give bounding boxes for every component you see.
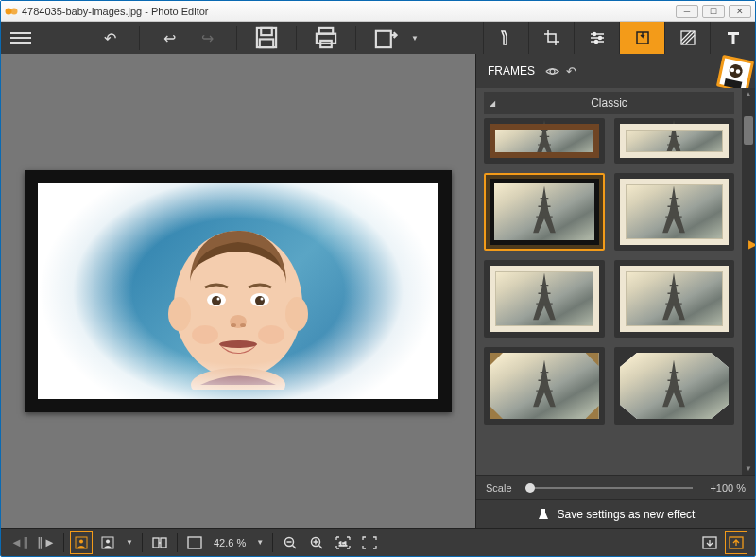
svg-point-1	[11, 8, 18, 14]
frames-panel: FRAMES ↶ ◢ Classic	[475, 54, 755, 528]
portrait-dropdown-icon[interactable]: ▼	[123, 538, 136, 547]
tab-effects[interactable]	[483, 22, 528, 54]
canvas-area[interactable]	[1, 54, 475, 528]
svg-rect-42	[161, 538, 166, 548]
frame-thumb-cream-3[interactable]	[484, 260, 605, 338]
frame-thumb-black[interactable]	[484, 173, 605, 251]
svg-point-9	[593, 33, 595, 36]
scale-slider[interactable]	[525, 487, 693, 489]
window-title: 4784035-baby-images.jpg - Photo Editor	[22, 6, 676, 17]
scale-value: +100 %	[700, 482, 746, 494]
svg-point-38	[79, 539, 83, 543]
frames-scrollbar[interactable]: ▲ ▼	[742, 88, 755, 475]
next-image-button[interactable]: ∥►	[35, 531, 58, 554]
forward-button[interactable]: ↪	[195, 26, 219, 50]
prev-image-button[interactable]: ◄∥	[9, 531, 31, 554]
svg-point-30	[550, 69, 555, 74]
import-button[interactable]	[698, 531, 721, 554]
zoom-out-button[interactable]	[279, 531, 301, 554]
zoom-dropdown-icon[interactable]: ▼	[253, 538, 266, 547]
minimize-button[interactable]: ─	[676, 5, 698, 18]
category-label: Classic	[591, 96, 627, 110]
bottom-toolbar: ◄∥ ∥► ▼ 42.6 % ▼ 1:1	[1, 528, 755, 556]
svg-text:1:1: 1:1	[339, 541, 348, 547]
export-dropdown-icon[interactable]: ▼	[411, 34, 421, 43]
app-icon	[5, 5, 18, 18]
panel-title: FRAMES	[488, 64, 535, 78]
zoom-value: 42.6 %	[210, 537, 249, 548]
tab-text[interactable]	[710, 22, 755, 54]
frame-thumb-cream-2[interactable]	[614, 173, 735, 251]
flask-icon	[537, 508, 550, 521]
scale-label: Scale	[486, 482, 512, 494]
zoom-in-button[interactable]	[305, 531, 328, 554]
svg-rect-4	[260, 39, 273, 47]
svg-point-0	[6, 8, 12, 14]
applied-frame	[25, 170, 452, 412]
frame-thumb-octagon[interactable]	[614, 347, 735, 425]
frame-thumb-cream-4[interactable]	[614, 260, 735, 338]
svg-point-11	[594, 41, 597, 44]
titlebar: 4784035-baby-images.jpg - Photo Editor ─…	[1, 1, 755, 22]
svg-rect-8	[376, 31, 391, 47]
tab-adjust[interactable]	[574, 22, 619, 54]
svg-rect-43	[188, 537, 201, 548]
tab-textures[interactable]	[664, 22, 710, 54]
panel-collapse-icon[interactable]: ▶	[747, 230, 755, 258]
save-button[interactable]	[254, 26, 279, 50]
save-as-effect-button[interactable]: Save settings as new effect	[476, 499, 755, 528]
svg-rect-6	[317, 34, 335, 44]
export-button[interactable]	[373, 26, 398, 50]
compare-button[interactable]	[148, 531, 171, 554]
save-effect-label: Save settings as new effect	[558, 508, 696, 521]
svg-rect-3	[261, 28, 272, 35]
svg-point-40	[106, 539, 110, 543]
undo-button[interactable]: ↶	[97, 26, 122, 50]
reset-icon[interactable]: ↶	[563, 63, 578, 78]
collapse-icon: ◢	[490, 99, 495, 108]
portrait-button[interactable]	[70, 531, 93, 554]
svg-point-35	[736, 69, 740, 73]
fit-screen-button[interactable]	[183, 531, 206, 554]
visibility-icon[interactable]	[544, 63, 559, 78]
tab-crop[interactable]	[528, 22, 574, 54]
back-button[interactable]: ↩	[157, 26, 181, 50]
actual-size-button[interactable]: 1:1	[332, 531, 354, 554]
svg-point-34	[730, 68, 734, 72]
frame-thumb-corners[interactable]	[484, 347, 605, 425]
frame-thumb-cream-1[interactable]	[614, 118, 735, 164]
fullscreen-button[interactable]	[358, 531, 381, 554]
close-button[interactable]: ✕	[729, 5, 751, 18]
top-toolbar: ↶ ↩ ↪ ▼	[1, 22, 755, 54]
print-button[interactable]	[314, 26, 338, 50]
category-classic[interactable]: ◢ Classic	[484, 92, 734, 114]
export-image-button[interactable]	[725, 531, 747, 554]
menu-button[interactable]	[10, 27, 31, 48]
maximize-button[interactable]: ☐	[702, 5, 725, 18]
portrait-alt-button[interactable]	[96, 531, 119, 554]
tab-frames[interactable]	[619, 22, 664, 54]
photo-preview	[38, 183, 438, 399]
svg-point-10	[598, 37, 601, 40]
svg-rect-41	[153, 538, 159, 548]
frame-thumb-wood[interactable]	[484, 118, 605, 164]
